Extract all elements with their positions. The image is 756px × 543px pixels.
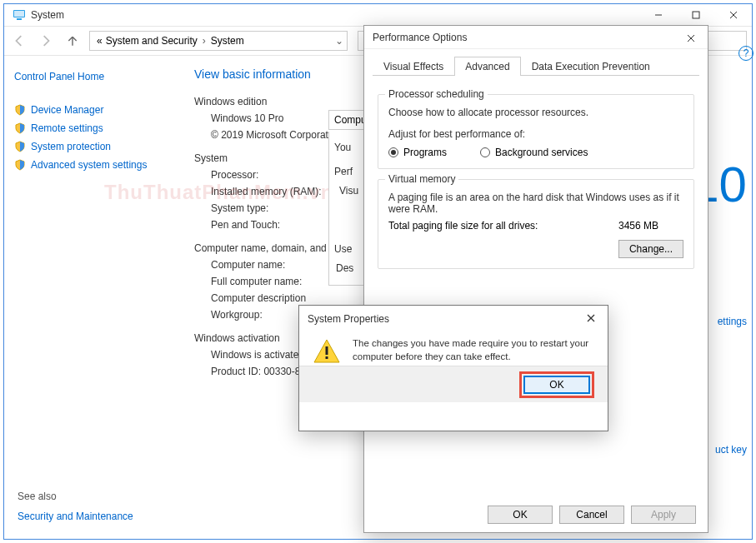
shield-icon [14, 141, 26, 152]
performance-options-dialog: Performance Options Visual Effects Advan… [363, 25, 708, 533]
sidebar-item-remote-settings[interactable]: Remote settings [14, 122, 169, 134]
tab-visual-effects[interactable]: Visual Effects [373, 57, 454, 76]
dialog-title: Performance Options [364, 26, 708, 49]
chevron-right-icon: › [203, 35, 206, 47]
adjust-label: Adjust for best performance of: [388, 128, 683, 140]
paging-total-value: 3456 MB [618, 220, 658, 232]
ok-button[interactable]: OK [488, 506, 553, 524]
maximize-button[interactable] [677, 4, 714, 26]
restart-required-dialog: System Properties The changes you have m… [298, 305, 608, 431]
group-legend: Virtual memory [385, 173, 458, 185]
minimize-button[interactable] [639, 4, 677, 26]
ok-button[interactable]: OK [523, 376, 590, 394]
breadcrumb-lead: « [97, 35, 103, 47]
sidebar-item-system-protection[interactable]: System protection [14, 141, 169, 152]
sidebar-item-label: Device Manager [31, 104, 103, 116]
forward-button[interactable] [36, 31, 56, 51]
dialog-title: System Properties [299, 306, 608, 329]
close-button[interactable] [578, 309, 604, 327]
chevron-down-icon[interactable]: ⌄ [335, 35, 343, 47]
sidebar: Control Panel Home Device Manager Remote… [4, 56, 179, 539]
svg-rect-1 [14, 11, 24, 17]
restart-message: The changes you have made require you to… [353, 337, 594, 366]
svg-rect-2 [17, 18, 22, 20]
sidebar-item-label: System protection [31, 141, 111, 152]
see-also-heading: See also [18, 491, 133, 502]
address-bar[interactable]: « System and Security › System ⌄ [89, 31, 348, 51]
security-maintenance-link[interactable]: Security and Maintenance [18, 511, 133, 522]
change-settings-link[interactable]: ettings [718, 316, 747, 327]
svg-rect-14 [326, 356, 328, 359]
sidebar-item-label: Remote settings [31, 122, 103, 134]
control-panel-home-link[interactable]: Control Panel Home [14, 71, 169, 82]
ok-highlight: OK [519, 371, 594, 398]
shield-icon [14, 104, 26, 116]
paging-total-label: Total paging file size for all drives: [388, 220, 538, 232]
change-button[interactable]: Change... [618, 240, 683, 258]
group-desc: Choose how to allocate processor resourc… [388, 107, 683, 118]
radio-icon [388, 147, 398, 157]
close-button[interactable] [678, 29, 704, 47]
radio-background-services[interactable]: Background services [480, 147, 588, 158]
processor-scheduling-group: Processor scheduling Choose how to alloc… [378, 94, 694, 169]
tabs: Visual Effects Advanced Data Execution P… [373, 56, 699, 76]
titlebar: System [4, 4, 752, 26]
warning-icon [313, 337, 341, 366]
tab-dep[interactable]: Data Execution Prevention [521, 57, 661, 76]
sidebar-item-label: Advanced system settings [31, 159, 147, 171]
group-legend: Processor scheduling [385, 88, 488, 100]
radio-programs[interactable]: Programs [388, 147, 447, 158]
breadcrumb[interactable]: System [211, 35, 244, 47]
sidebar-item-advanced-settings[interactable]: Advanced system settings [14, 159, 169, 171]
radio-icon [480, 147, 490, 157]
virtual-memory-group: Virtual memory A paging file is an area … [378, 179, 694, 269]
product-key-link[interactable]: uct key [715, 444, 747, 456]
breadcrumb[interactable]: System and Security [106, 35, 198, 47]
group-desc: A paging file is an area on the hard dis… [388, 192, 683, 215]
close-button[interactable] [714, 4, 752, 26]
tab-advanced[interactable]: Advanced [454, 57, 520, 76]
shield-icon [14, 159, 26, 171]
window-title: System [31, 9, 64, 21]
up-button[interactable] [63, 31, 83, 51]
svg-rect-4 [693, 12, 699, 18]
shield-icon [14, 122, 26, 134]
svg-rect-13 [326, 346, 328, 355]
back-button[interactable] [9, 31, 29, 51]
monitor-icon [13, 8, 26, 22]
apply-button[interactable]: Apply [631, 506, 696, 524]
sidebar-item-device-manager[interactable]: Device Manager [14, 104, 169, 116]
cancel-button[interactable]: Cancel [559, 506, 624, 524]
